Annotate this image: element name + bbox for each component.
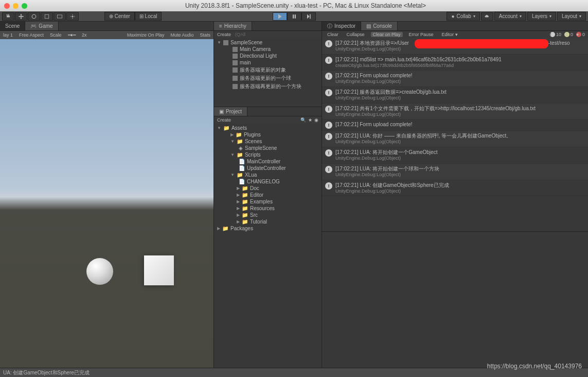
info-icon: !: [325, 57, 332, 64]
cloud-button[interactable]: [481, 12, 493, 21]
svg-point-3: [72, 15, 74, 17]
maximize-window-button[interactable]: [22, 3, 27, 9]
project-item[interactable]: ▼ 📁 Assets: [214, 125, 322, 131]
project-item[interactable]: 📄 MainController: [214, 158, 322, 165]
game-cube: [144, 255, 174, 285]
scale-tool-button[interactable]: [41, 12, 53, 21]
svg-rect-1: [45, 14, 49, 19]
hierarchy-item[interactable]: main: [214, 59, 322, 66]
collab-dropdown[interactable]: ● Collab: [447, 12, 479, 21]
console-log-row[interactable]: ! [17:02:21] LUA: 将开始创建一个球和一个方块UnityEngi…: [322, 164, 588, 180]
scale-slider[interactable]: ━●━: [68, 32, 76, 38]
hierarchy-item[interactable]: 服务器端更新的一个球: [214, 74, 322, 82]
project-item[interactable]: ▼ 📁 XLua: [214, 172, 322, 178]
project-item[interactable]: ▶ 📁 Packages: [214, 225, 322, 232]
error-pause-button[interactable]: Error Pause: [407, 32, 436, 37]
hierarchy-item[interactable]: ▼ SampleScene: [214, 39, 322, 46]
info-icon: !: [325, 73, 332, 80]
project-item[interactable]: ▶ 📁 Doc: [214, 185, 322, 192]
hierarchy-tab[interactable]: ≡ Hierarchy: [214, 22, 252, 30]
console-log-row[interactable]: ! [17:02:21] LUA: 将开始创建一个GameObjectUnity…: [322, 147, 588, 164]
display-dropdown[interactable]: lay 1: [3, 32, 13, 38]
project-item[interactable]: ▶ 📁 Examples: [214, 198, 322, 205]
project-item[interactable]: 📄 UpdateController: [214, 165, 322, 172]
project-item[interactable]: ▶ 📁 Tutorial: [214, 218, 322, 225]
window-title: Unity 2018.3.8f1 - SampleScene.unity - x…: [27, 2, 584, 9]
info-icon: !: [325, 166, 332, 173]
rotate-tool-button[interactable]: [28, 12, 40, 21]
console-toolbar: Clear Collapse Clear on Play Error Pause…: [322, 31, 588, 38]
console-body[interactable]: ! [17:02:21] 本地资源目录=>/User/xlua-test/res…: [322, 38, 588, 231]
titlebar: Unity 2018.3.8f1 - SampleScene.unity - x…: [0, 0, 588, 11]
clear-button[interactable]: Clear: [325, 32, 341, 37]
play-button[interactable]: [273, 12, 287, 21]
move-tool-button[interactable]: [15, 12, 27, 21]
console-log-row[interactable]: ! [17:02:21] md5list => main.lua.txt|46c…: [322, 55, 588, 71]
hierarchy-tree: ▼ SampleScene Main Camera Directional Li…: [214, 38, 322, 107]
watermark: https://blog.csdn.net/qq_40143976: [487, 363, 582, 370]
project-item[interactable]: ▶ 📁 Editor: [214, 192, 322, 198]
hand-tool-button[interactable]: [2, 12, 14, 21]
info-count-badge[interactable]: !10: [550, 32, 561, 37]
mute-toggle[interactable]: Mute Audio: [170, 32, 193, 38]
console-log-row[interactable]: ! [17:02:21] 共有1个文件需要下载，开始下载=>http://loc…: [322, 104, 588, 120]
stats-toggle[interactable]: Stats: [200, 32, 210, 38]
console-log-row[interactable]: ! [17:02:21] Form upload complete!: [322, 119, 588, 131]
warn-count-badge[interactable]: ⚠0: [564, 32, 573, 37]
pause-button[interactable]: [287, 12, 301, 21]
project-item[interactable]: ▶ 📁 Src: [214, 212, 322, 218]
hierarchy-item[interactable]: Directional Light: [214, 53, 322, 59]
svg-rect-6: [310, 14, 311, 19]
info-icon: !: [325, 122, 332, 129]
hierarchy-create-button[interactable]: Create: [217, 32, 231, 37]
transform-tool-button[interactable]: [66, 12, 79, 21]
maximize-toggle[interactable]: Maximize On Play: [127, 32, 165, 38]
svg-rect-5: [294, 14, 295, 19]
info-icon: !: [325, 106, 332, 113]
game-tab[interactable]: 🎮 Game: [25, 22, 58, 30]
project-item[interactable]: ▼ 📁 Scenes: [214, 138, 322, 145]
console-tab[interactable]: ▤ Console: [361, 22, 398, 30]
inspector-tab[interactable]: ⓘ Inspector: [322, 22, 361, 30]
console-log-row[interactable]: ! [17:02:21] LUA: 创建GameObject和Sphere已完成…: [322, 180, 588, 197]
pivot-center-button[interactable]: ⊕ Center: [104, 12, 135, 21]
account-dropdown[interactable]: Account: [494, 12, 526, 21]
collapse-button[interactable]: Collapse: [345, 32, 367, 37]
step-button[interactable]: [301, 12, 316, 21]
status-text: UA: 创建GameObject和Sphere已完成: [3, 369, 90, 376]
project-item[interactable]: ▼ 📁 Scripts: [214, 151, 322, 158]
game-toolbar: lay 1 Free Aspect Scale ━●━ 2x Maximize …: [0, 31, 213, 39]
console-log-row[interactable]: ! [17:02:21] Form upload complete!UnityE…: [322, 71, 588, 87]
hierarchy-search[interactable]: (QAll: [235, 32, 245, 37]
rect-tool-button[interactable]: [54, 12, 66, 21]
game-view[interactable]: [0, 39, 213, 368]
game-panel: Scene 🎮 Game lay 1 Free Aspect Scale ━●━…: [0, 22, 213, 368]
favorite-icon[interactable]: ★: [308, 117, 312, 123]
close-window-button[interactable]: [4, 3, 10, 9]
project-tab[interactable]: ▣ Project: [214, 107, 247, 116]
project-create-button[interactable]: Create: [217, 117, 231, 123]
hierarchy-item[interactable]: Main Camera: [214, 46, 322, 53]
project-item[interactable]: ▶ 📁 Plugins: [214, 131, 322, 138]
error-count-badge[interactable]: ●0: [576, 32, 585, 37]
project-item[interactable]: 📄 CHANGELOG: [214, 178, 322, 185]
editor-dropdown[interactable]: Editor ▾: [440, 32, 460, 37]
project-item[interactable]: ▶ 📁 Resources: [214, 205, 322, 212]
hierarchy-item[interactable]: 服务器端再更新的一个方块: [214, 82, 322, 91]
info-icon: !: [325, 40, 332, 47]
console-log-row[interactable]: ! [17:02:21] 服务器返回数据=>createObj/gb.lua.t…: [322, 87, 588, 104]
pivot-local-button[interactable]: ⊞ Local: [135, 12, 162, 21]
layers-dropdown[interactable]: Layers: [527, 12, 556, 21]
svg-rect-4: [293, 14, 294, 19]
layout-dropdown[interactable]: Layout: [557, 12, 586, 21]
clear-on-play-button[interactable]: Clear on Play: [371, 32, 403, 37]
minimize-window-button[interactable]: [13, 3, 19, 9]
console-log-row[interactable]: ! [17:02:21] LUA: 你好 —— 来自服务器的招呼!, 等一会儿再…: [322, 131, 588, 147]
scale-value: 2x: [82, 32, 87, 38]
hierarchy-item[interactable]: 服务器端更新的对象: [214, 66, 322, 74]
hidden-icon[interactable]: ◉: [314, 117, 318, 123]
project-item[interactable]: ◈ SampleScene: [214, 145, 322, 151]
aspect-dropdown[interactable]: Free Aspect: [19, 32, 44, 38]
scene-tab[interactable]: Scene: [0, 22, 25, 30]
search-icon[interactable]: 🔍: [300, 117, 306, 123]
